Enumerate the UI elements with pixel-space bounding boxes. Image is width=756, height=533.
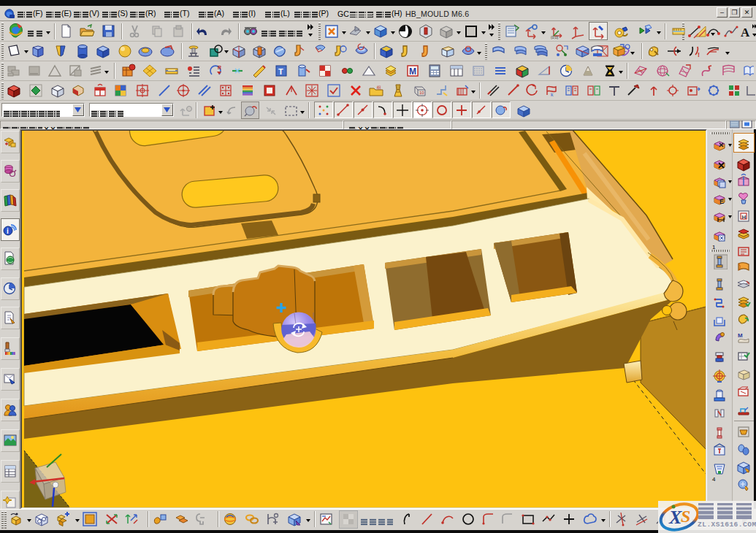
svg-text:H: H — [742, 214, 747, 221]
svg-text:M: M — [738, 332, 743, 339]
svg-text:A: A — [741, 26, 750, 39]
svg-text:10: 10 — [419, 91, 424, 95]
svg-text:!: ! — [698, 51, 700, 58]
svg-text:T: T — [278, 67, 283, 76]
svg-text:E: E — [719, 198, 724, 205]
svg-text:k: k — [551, 92, 554, 97]
svg-text:(0,0): (0,0) — [551, 35, 559, 39]
svg-text:i: i — [7, 227, 9, 235]
svg-text:组: 组 — [376, 85, 381, 90]
svg-text:R: R — [218, 65, 221, 70]
svg-text:S: S — [681, 507, 690, 526]
svg-text:M: M — [409, 66, 416, 77]
